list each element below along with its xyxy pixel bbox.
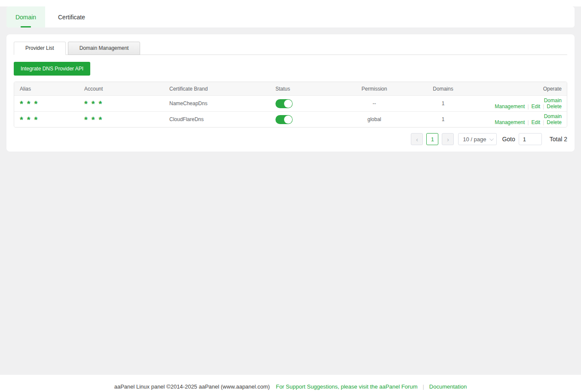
next-page-button[interactable]: ›: [442, 133, 454, 145]
sub-tab-bar: Provider List Domain Management: [14, 42, 567, 55]
domains-count: 1: [409, 116, 477, 122]
top-tab-bar: Domain Certificate: [6, 6, 575, 27]
certificate-brand: NameCheapDns: [169, 100, 275, 106]
chevron-down-icon: [489, 137, 493, 141]
total-count: Total 2: [550, 136, 567, 143]
table-row: *** *** NameCheapDns -- 1 Domain Managem…: [14, 95, 567, 111]
masked-alias: ***: [20, 102, 41, 106]
link-separator: |: [527, 103, 529, 109]
pagination: ‹ 1 › 10 / page Goto Total 2: [14, 133, 567, 145]
col-header-permission: Permission: [340, 86, 409, 92]
col-header-operate: Operate: [477, 86, 567, 92]
link-separator: |: [527, 119, 529, 125]
subtab-domain-management[interactable]: Domain Management: [68, 42, 141, 55]
permission-value: global: [340, 116, 409, 122]
provider-table: Alias Account Certificate Brand Status P…: [14, 82, 567, 128]
footer-separator: |: [422, 383, 424, 390]
certificate-brand: CloudFlareDns: [169, 116, 275, 122]
active-tab-underline: [21, 26, 31, 27]
edit-link[interactable]: Edit: [532, 103, 541, 109]
link-separator: |: [543, 119, 544, 125]
subtab-provider-list[interactable]: Provider List: [14, 42, 66, 55]
delete-link[interactable]: Delete: [547, 103, 562, 109]
copyright-text: aaPanel Linux panel ©2014-2025 aaPanel (…: [114, 383, 270, 390]
workspace: Domain Certificate Provider List Domain …: [0, 6, 581, 375]
goto-label: Goto: [502, 136, 515, 143]
table-header-row: Alias Account Certificate Brand Status P…: [14, 82, 567, 95]
forum-link[interactable]: For Support Suggestions, please visit th…: [276, 383, 418, 390]
masked-account: ***: [84, 118, 106, 122]
col-header-domains: Domains: [409, 86, 477, 92]
prev-page-button[interactable]: ‹: [411, 133, 423, 145]
link-separator: |: [543, 103, 544, 109]
tab-domain[interactable]: Domain: [6, 6, 45, 27]
page-number-button[interactable]: 1: [426, 133, 438, 145]
domains-count: 1: [409, 100, 477, 106]
masked-account: ***: [84, 102, 106, 106]
status-toggle[interactable]: [275, 99, 293, 108]
tab-certificate[interactable]: Certificate: [45, 6, 98, 27]
edit-link[interactable]: Edit: [532, 119, 541, 125]
delete-link[interactable]: Delete: [547, 119, 562, 125]
col-header-certificate-brand: Certificate Brand: [169, 86, 275, 92]
tab-certificate-label: Certificate: [58, 14, 85, 21]
tab-domain-label: Domain: [15, 14, 36, 21]
status-toggle[interactable]: [275, 115, 293, 124]
main-card: Provider List Domain Management Integrat…: [6, 34, 575, 152]
masked-alias: ***: [20, 118, 41, 122]
page-size-select[interactable]: 10 / page: [458, 133, 497, 145]
documentation-link[interactable]: Documentation: [429, 383, 467, 390]
page-footer: aaPanel Linux panel ©2014-2025 aaPanel (…: [0, 375, 581, 392]
chevron-left-icon: ‹: [416, 136, 418, 143]
toggle-knob: [284, 115, 292, 124]
toggle-knob: [284, 100, 292, 108]
chevron-right-icon: ›: [447, 136, 449, 143]
col-header-alias: Alias: [14, 86, 84, 92]
permission-value: --: [340, 100, 409, 106]
integrate-dns-provider-api-button[interactable]: Integrate DNS Provider API: [14, 62, 90, 76]
col-header-status: Status: [275, 86, 340, 92]
subtab-domain-management-label: Domain Management: [80, 45, 129, 51]
subtab-provider-list-label: Provider List: [25, 45, 54, 51]
col-header-account: Account: [84, 86, 169, 92]
page-size-label: 10 / page: [463, 136, 486, 143]
table-row: *** *** CloudFlareDns global 1 Domain Ma…: [14, 111, 567, 127]
goto-page-input[interactable]: [519, 133, 542, 145]
